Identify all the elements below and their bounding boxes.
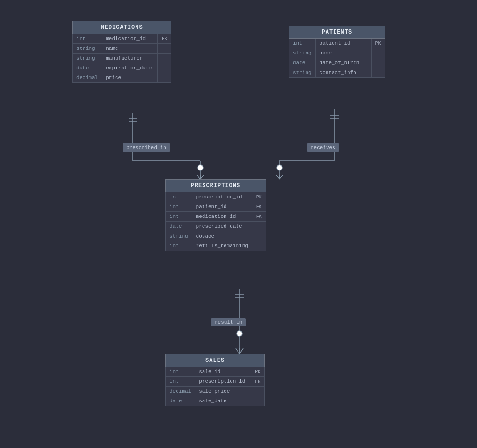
relation-label-result-in: result in (211, 318, 246, 326)
field-key: PK (251, 367, 265, 377)
table-row: string name (73, 44, 171, 54)
field-name: sale_date (195, 396, 251, 406)
field-type: int (166, 367, 195, 377)
field-type: int (73, 34, 102, 44)
table-row: int prescription_id FK (166, 377, 265, 387)
field-type: decimal (73, 73, 102, 83)
field-key (371, 58, 385, 68)
svg-line-9 (200, 175, 204, 179)
table-row: decimal price (73, 73, 171, 83)
table-row: string contact_info (289, 68, 385, 78)
field-name: name (102, 44, 158, 54)
table-row: date sale_date (166, 396, 265, 406)
svg-line-25 (236, 348, 239, 354)
patients-table: PATIENTS int patient_id PK string name d… (289, 26, 385, 78)
field-type: string (289, 68, 316, 78)
field-type: int (166, 202, 192, 212)
field-name: prescription_id (195, 377, 251, 387)
field-key: FK (251, 377, 265, 387)
table-row: int refills_remaining (166, 241, 266, 251)
field-name: sale_id (195, 367, 251, 377)
field-name: expiration_date (102, 63, 158, 73)
table-row: date expiration_date (73, 63, 171, 73)
field-name: medication_id (192, 212, 252, 222)
field-name: dosage (192, 231, 252, 241)
field-key (371, 68, 385, 78)
field-type: date (166, 396, 195, 406)
field-type: int (166, 212, 192, 222)
relation-label-receives: receives (307, 143, 339, 152)
table-row: string manufacturer (73, 54, 171, 63)
field-name: sale_price (195, 387, 251, 396)
field-key (252, 231, 266, 241)
field-name: medication_id (102, 34, 158, 44)
field-type: date (73, 63, 102, 73)
field-type: date (289, 58, 316, 68)
svg-point-16 (277, 165, 282, 170)
field-key: FK (252, 212, 266, 222)
field-type: int (289, 39, 316, 48)
medications-title: MEDICATIONS (73, 21, 171, 34)
svg-point-6 (198, 165, 203, 170)
field-type: int (166, 377, 195, 387)
diagram-canvas: MEDICATIONS int medication_id PK string … (0, 0, 477, 448)
field-type: date (166, 222, 192, 231)
table-row: string dosage (166, 231, 266, 241)
table-row: decimal sale_price (166, 387, 265, 396)
field-key (371, 48, 385, 58)
sales-title: SALES (166, 354, 265, 367)
svg-point-24 (237, 331, 242, 336)
table-row: date prescribed_date (166, 222, 266, 231)
field-key (252, 222, 266, 231)
sales-table: SALES int sale_id PK int prescription_id… (165, 354, 265, 406)
field-key: PK (252, 192, 266, 202)
table-row: int patient_id FK (166, 202, 266, 212)
table-row: int patient_id PK (289, 39, 385, 48)
field-key: FK (252, 202, 266, 212)
table-row: int prescription_id PK (166, 192, 266, 202)
field-name: patient_id (192, 202, 252, 212)
field-type: decimal (166, 387, 195, 396)
field-type: int (166, 241, 192, 251)
table-row: string name (289, 48, 385, 58)
field-key (251, 387, 265, 396)
field-key (252, 241, 266, 251)
table-row: int sale_id PK (166, 367, 265, 377)
svg-line-19 (279, 175, 283, 179)
relation-label-prescribed-in: prescribed in (123, 143, 170, 152)
field-name: contact_info (315, 68, 371, 78)
field-name: name (315, 48, 371, 58)
svg-line-7 (197, 175, 200, 179)
field-name: price (102, 73, 158, 83)
field-type: string (289, 48, 316, 58)
patients-title: PATIENTS (289, 26, 385, 39)
prescriptions-table: PRESCRIPTIONS int prescription_id PK int… (165, 179, 266, 251)
field-name: refills_remaining (192, 241, 252, 251)
svg-line-27 (239, 348, 243, 354)
field-name: prescribed_date (192, 222, 252, 231)
field-name: manufacturer (102, 54, 158, 63)
medications-table: MEDICATIONS int medication_id PK string … (72, 21, 171, 83)
field-type: int (166, 192, 192, 202)
field-name: prescription_id (192, 192, 252, 202)
field-key (158, 63, 171, 73)
field-key: PK (158, 34, 171, 44)
field-type: string (73, 44, 102, 54)
field-key (158, 54, 171, 63)
field-key (158, 73, 171, 83)
table-row: int medication_id FK (166, 212, 266, 222)
field-key (251, 396, 265, 406)
table-row: int medication_id PK (73, 34, 171, 44)
field-type: string (73, 54, 102, 63)
svg-line-17 (276, 175, 279, 179)
prescriptions-title: PRESCRIPTIONS (166, 180, 266, 192)
field-name: date_of_birth (315, 58, 371, 68)
table-row: date date_of_birth (289, 58, 385, 68)
field-key: PK (371, 39, 385, 48)
field-type: string (166, 231, 192, 241)
field-key (158, 44, 171, 54)
field-name: patient_id (315, 39, 371, 48)
